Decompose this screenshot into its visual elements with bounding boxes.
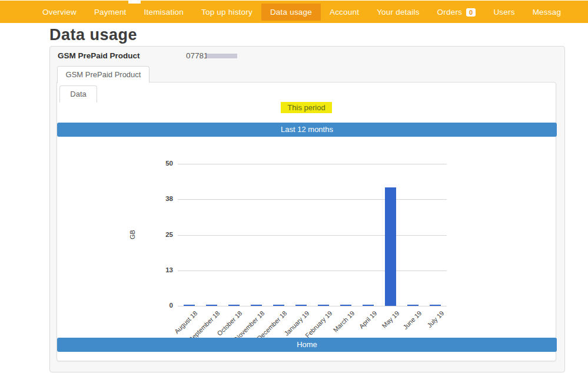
bar: [228, 305, 240, 306]
page-title: Data usage: [49, 26, 137, 44]
bar: [251, 305, 262, 306]
orders-count-badge: 0: [466, 8, 476, 17]
x-axis-label: May 19: [350, 309, 400, 360]
nav-item-messag[interactable]: Messag: [524, 4, 570, 21]
y-axis-label: 38: [150, 195, 173, 202]
logo-notch: [128, 0, 141, 4]
gridline: [178, 271, 447, 271]
this-period-link[interactable]: This period: [281, 102, 331, 113]
data-panel: Data This period Last 12 months 50382513…: [57, 82, 556, 361]
bar: [407, 305, 418, 306]
bar: [206, 305, 217, 306]
y-axis-label: 50: [150, 160, 173, 167]
product-panel: GSM PrePaid Product 07781 GSM PrePaid Pr…: [49, 46, 565, 372]
product-name: GSM PrePaid Product: [58, 51, 140, 60]
gridline: [178, 235, 447, 236]
phone-number: 07781: [186, 51, 208, 60]
phone-redaction: [207, 54, 237, 58]
nav-item-users[interactable]: Users: [484, 4, 523, 21]
x-axis-label: July 19: [394, 309, 445, 360]
bar: [184, 305, 195, 306]
nav-item-top-up-history[interactable]: Top up history: [192, 4, 261, 21]
bar: [363, 305, 374, 306]
y-axis-label: 0: [150, 302, 173, 309]
x-axis-label: October 18: [192, 309, 243, 360]
x-axis-label: December 18: [238, 309, 288, 360]
gridline: [178, 164, 447, 164]
nav-item-overview[interactable]: Overview: [34, 4, 85, 21]
tab-data[interactable]: Data: [59, 85, 97, 103]
gridline: [178, 306, 447, 306]
bar: [430, 305, 441, 306]
period-selector-row: This period: [57, 102, 556, 113]
x-axis-label: March 19: [305, 309, 356, 360]
x-axis-label: September 18: [170, 309, 221, 360]
x-axis-label: June 19: [372, 309, 423, 360]
y-axis-label: 13: [150, 266, 173, 273]
bar: [340, 305, 351, 306]
nav-item-account[interactable]: Account: [321, 4, 368, 21]
nav-item-your-details[interactable]: Your details: [368, 4, 428, 21]
tab-product[interactable]: GSM PrePaid Product: [57, 66, 150, 83]
bar: [273, 305, 284, 306]
x-axis-label: January 19: [260, 309, 311, 360]
nav-item-payment[interactable]: Payment: [85, 4, 135, 21]
y-axis-title: GB: [129, 230, 136, 239]
last-12-months-button[interactable]: Last 12 months: [57, 123, 557, 137]
nav-item-orders[interactable]: Orders0: [428, 4, 485, 21]
bar: [295, 305, 307, 306]
gridline: [178, 199, 447, 200]
x-axis-label: April 19: [327, 309, 378, 360]
bar: [318, 305, 329, 306]
bar: [385, 187, 396, 306]
home-button[interactable]: Home: [57, 338, 557, 352]
x-axis-label: August 18: [148, 309, 198, 360]
x-axis-label: February 19: [283, 309, 333, 360]
nav-item-data-usage[interactable]: Data usage: [261, 4, 321, 21]
nav-item-itemisation[interactable]: Itemisation: [135, 4, 192, 21]
x-axis-label: November 18: [215, 309, 265, 360]
y-axis-label: 25: [150, 231, 173, 238]
top-navbar: OverviewPaymentItemisationTop up history…: [0, 1, 588, 23]
